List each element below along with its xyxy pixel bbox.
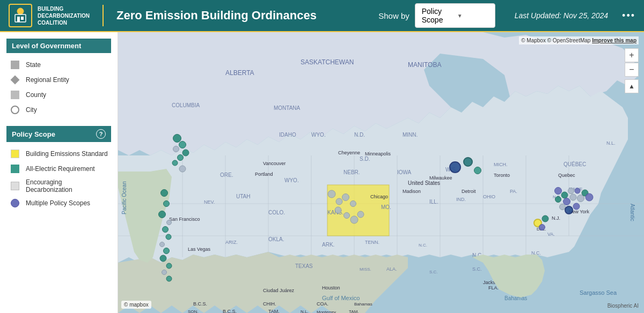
dropdown-selected-value: Policy Scope <box>422 7 453 24</box>
svg-text:Milwaukee: Milwaukee <box>429 175 452 181</box>
svg-text:N.D.: N.D. <box>354 132 365 138</box>
chevron-down-icon: ▼ <box>457 13 488 19</box>
svg-text:MINN.: MINN. <box>402 132 418 138</box>
svg-text:Chicago: Chicago <box>370 194 388 199</box>
svg-text:COA.: COA. <box>317 301 328 307</box>
policy-scope-header: Policy Scope ? <box>6 126 111 142</box>
app: BUILDING DECARBONIZATION COALITION Zero … <box>0 0 644 313</box>
policy-scope-dropdown[interactable]: Policy Scope ▼ <box>415 3 495 28</box>
svg-text:COLO.: COLO. <box>268 210 285 215</box>
sidebar: Level of Government State Regional Entit… <box>0 32 118 313</box>
svg-text:OHIO: OHIO <box>483 194 495 199</box>
encouraging-icon <box>10 181 20 191</box>
svg-text:N.J.: N.J. <box>552 215 560 221</box>
svg-text:MONTANA: MONTANA <box>274 105 301 111</box>
page-title: Zero Emission Building Ordinances <box>116 9 370 23</box>
svg-text:Las Vegas: Las Vegas <box>188 247 211 252</box>
compass-button[interactable]: ▲ <box>625 79 639 93</box>
svg-text:Ciudad Juárez: Ciudad Juárez <box>263 288 295 293</box>
last-updated: Last Updated: Nov 25, 2024 <box>515 11 608 20</box>
svg-text:ALA.: ALA. <box>386 266 397 272</box>
svg-text:IND.: IND. <box>456 197 466 202</box>
legend-item-building-emissions: Building Emissions Standard <box>6 146 111 161</box>
svg-text:TAM.: TAM. <box>349 309 359 313</box>
improve-map-link[interactable]: Improve this map <box>592 38 636 43</box>
svg-text:MICH.: MICH. <box>494 162 508 167</box>
state-label: State <box>26 61 41 69</box>
logo-icon <box>9 4 32 27</box>
logo-text: BUILDING DECARBONIZATION COALITION <box>38 5 90 26</box>
svg-text:Bahamas: Bahamas <box>354 302 372 307</box>
regional-label: Regional Entity <box>26 76 69 84</box>
svg-rect-2 <box>17 17 20 22</box>
svg-text:VA.: VA. <box>547 232 555 237</box>
svg-text:WYO.: WYO. <box>311 132 326 138</box>
mapbox-logo: © mapbox <box>121 301 151 309</box>
svg-text:SASKATCHEWAN: SASKATCHEWAN <box>301 58 354 66</box>
svg-text:United States: United States <box>408 180 440 186</box>
svg-text:Toronto: Toronto <box>494 173 510 178</box>
legend-item-city: City <box>6 102 111 117</box>
svg-text:Quebec: Quebec <box>558 173 575 178</box>
svg-text:Gulf of Mexico: Gulf of Mexico <box>322 295 360 301</box>
state-icon <box>10 59 20 70</box>
svg-text:MISS.: MISS. <box>360 267 371 272</box>
svg-text:PA.: PA. <box>510 189 517 194</box>
building-emissions-label: Building Emissions Standard <box>26 150 108 158</box>
svg-text:B.C.S.: B.C.S. <box>193 301 207 307</box>
all-electric-icon <box>10 163 20 174</box>
svg-text:Houston: Houston <box>322 285 340 290</box>
svg-text:S.C.: S.C. <box>429 270 438 274</box>
svg-text:Cheyenne: Cheyenne <box>338 150 360 155</box>
svg-text:Monterrey: Monterrey <box>317 310 336 313</box>
svg-text:ORE.: ORE. <box>220 172 233 178</box>
regional-icon <box>10 74 20 85</box>
svg-text:UTAH: UTAH <box>236 193 250 199</box>
legend-item-multiple: Multiple Policy Scopes <box>6 196 111 211</box>
zoom-controls: + − ▲ <box>625 48 639 93</box>
svg-text:NEV.: NEV. <box>204 199 215 205</box>
multiple-icon <box>10 198 20 208</box>
svg-text:IOWA: IOWA <box>397 169 412 175</box>
legend-item-regional: Regional Entity <box>6 72 111 87</box>
encouraging-label: Encouraging Decarbonization <box>26 178 108 193</box>
logo-area: BUILDING DECARBONIZATION COALITION <box>9 4 90 27</box>
help-icon[interactable]: ? <box>96 129 106 139</box>
policy-scope-section: Policy Scope ? Building Emissions Standa… <box>6 126 111 211</box>
city-label: City <box>26 106 37 114</box>
svg-text:San Francisco: San Francisco <box>169 217 200 222</box>
svg-point-0 <box>17 8 24 14</box>
svg-text:Detroit: Detroit <box>462 189 476 194</box>
main-content: Level of Government State Regional Entit… <box>0 32 644 313</box>
svg-text:TEXAS: TEXAS <box>295 263 313 269</box>
svg-text:Madison: Madison <box>402 189 421 194</box>
svg-text:TENN.: TENN. <box>365 240 379 245</box>
building-emissions-icon <box>10 148 20 159</box>
svg-text:MANITOBA: MANITOBA <box>408 61 441 69</box>
svg-text:OKLA.: OKLA. <box>268 236 284 242</box>
map-container[interactable]: Gulf of Mexico Pacific Ocean Atlantic Sa… <box>118 32 644 313</box>
legend-item-all-electric: All-Electric Requirement <box>6 161 111 176</box>
zoom-in-button[interactable]: + <box>625 48 639 62</box>
svg-text:IDAHO: IDAHO <box>279 132 296 138</box>
zoom-out-button[interactable]: − <box>625 63 639 77</box>
more-options-button[interactable]: ••• <box>622 10 635 21</box>
multiple-label: Multiple Policy Scopes <box>26 199 90 207</box>
svg-text:N.L.: N.L. <box>606 140 616 146</box>
svg-text:B.C.S.: B.C.S. <box>223 309 237 313</box>
legend-item-state: State <box>6 57 111 72</box>
svg-text:WYO.: WYO. <box>284 177 299 183</box>
legend-item-encouraging: Encouraging Decarbonization <box>6 176 111 196</box>
svg-text:S.D.: S.D. <box>360 156 370 162</box>
county-label: County <box>26 91 46 99</box>
svg-text:ILL.: ILL. <box>429 199 438 205</box>
county-icon <box>10 90 20 100</box>
all-electric-label: All-Electric Requirement <box>26 165 95 173</box>
legend-item-county: County <box>6 87 111 102</box>
show-by-section: Show by Policy Scope ▼ <box>378 3 495 28</box>
title-divider <box>103 5 104 26</box>
svg-text:Atlantic: Atlantic <box>630 204 635 221</box>
level-of-government-section: Level of Government State Regional Entit… <box>6 39 111 117</box>
svg-rect-1 <box>15 14 26 22</box>
show-by-label: Show by <box>378 11 409 20</box>
